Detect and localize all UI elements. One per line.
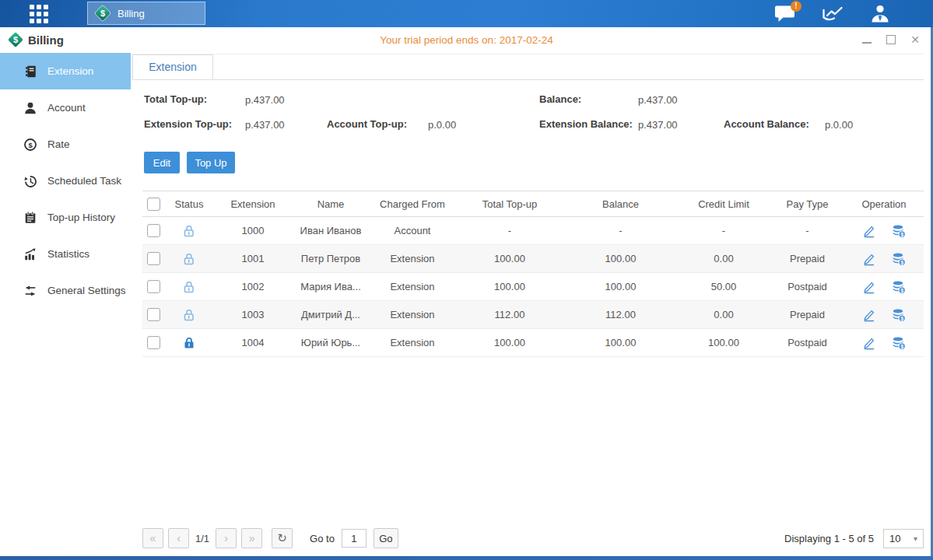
extension-cell: 1000 <box>214 225 292 236</box>
last-page-button[interactable]: » <box>241 528 262 548</box>
messages-icon[interactable]: ! <box>773 4 797 24</box>
topup-row-icon[interactable] <box>892 280 906 294</box>
tab-strip: Extension <box>132 54 924 80</box>
balance-cell: 100.00 <box>564 281 677 292</box>
general-settings-icon <box>23 284 37 298</box>
window-title-group: $ Billing <box>8 27 64 52</box>
displaying-text: Displaying 1 - 5 of 5 <box>784 533 874 544</box>
sidebar-item-label: Account <box>47 102 86 114</box>
taskbar-tab-billing[interactable]: $ Billing <box>87 2 205 25</box>
select-all-checkbox[interactable] <box>147 198 160 211</box>
sidebar-item-label: Statistics <box>47 248 89 260</box>
sidebar-item-topup-history[interactable]: Top-up History <box>0 199 131 236</box>
total-topup-cell: - <box>455 225 564 236</box>
balance-value: p.437.00 <box>638 94 678 106</box>
balance-cell: - <box>564 225 677 236</box>
name-cell: Дмитрий Д... <box>292 309 370 320</box>
edit-row-icon[interactable] <box>862 308 876 322</box>
row-checkbox[interactable] <box>147 336 160 349</box>
total-topup-cell: 112.00 <box>455 309 564 320</box>
reports-chart-icon[interactable] <box>821 4 844 24</box>
pay-type-cell: Postpaid <box>770 337 844 348</box>
header-credit-limit: Credit Limit <box>677 198 770 210</box>
total-topup-cell: 100.00 <box>455 337 564 348</box>
goto-page-input[interactable] <box>342 529 367 548</box>
rate-icon <box>23 138 37 152</box>
topup-row-icon[interactable] <box>892 224 906 238</box>
extension-cell: 1002 <box>214 281 292 292</box>
window-bottom-edge <box>0 556 933 560</box>
sidebar-item-account[interactable]: Account <box>0 89 131 126</box>
sidebar-item-rate[interactable]: Rate <box>0 126 131 163</box>
edit-button[interactable]: Edit <box>144 152 180 173</box>
edit-row-icon[interactable] <box>862 224 876 238</box>
sidebar-item-label: Rate <box>47 138 70 150</box>
row-checkbox[interactable] <box>147 280 160 293</box>
goto-label: Go to <box>310 533 335 544</box>
page-indicator: 1/1 <box>195 533 209 544</box>
table-row: 1003 Дмитрий Д... Extension 112.00 112.0… <box>142 301 924 329</box>
sidebar-item-scheduled-task[interactable]: Scheduled Task <box>0 163 131 199</box>
tab-extension[interactable]: Extension <box>132 54 213 79</box>
sidebar-item-label: Top-up History <box>47 212 115 223</box>
refresh-icon[interactable]: ↻ <box>272 528 293 548</box>
name-cell: Петр Петров <box>292 253 370 264</box>
table-row: 1004 Юрий Юрь... Extension 100.00 100.00… <box>142 329 924 357</box>
notification-badge: ! <box>791 1 801 12</box>
topup-row-icon[interactable] <box>892 252 906 266</box>
extension-balance-value: p.437.00 <box>638 119 678 131</box>
credit-limit-cell: 0.00 <box>677 309 770 320</box>
window-title: Billing <box>28 33 64 47</box>
sidebar-item-extension[interactable]: Extension <box>0 53 131 89</box>
charged-from-cell: Extension <box>370 309 455 320</box>
scheduled-task-icon <box>23 174 37 188</box>
extensions-table: Status Extension Name Charged From Total… <box>142 191 924 357</box>
topup-row-icon[interactable] <box>892 336 906 350</box>
header-pay-type: Pay Type <box>770 198 844 210</box>
sidebar-item-general-settings[interactable]: General Settings <box>0 272 131 309</box>
close-icon[interactable]: ✕ <box>910 34 921 45</box>
balance-cell: 112.00 <box>564 309 677 320</box>
sidebar-item-label: General Settings <box>47 285 126 296</box>
page-size-select[interactable]: 10 ▾ <box>883 529 924 548</box>
billing-app-icon: $ <box>94 5 111 22</box>
user-account-icon[interactable] <box>868 4 892 24</box>
extension-topup-value: p.437.00 <box>245 119 285 131</box>
edit-row-icon[interactable] <box>862 252 876 266</box>
header-operation: Operation <box>844 198 924 210</box>
minimize-icon[interactable] <box>861 34 872 45</box>
extension-cell: 1001 <box>214 253 292 264</box>
sidebar-item-statistics[interactable]: Statistics <box>0 236 131 272</box>
previous-page-button[interactable]: ‹ <box>168 528 189 548</box>
edit-row-icon[interactable] <box>862 280 876 294</box>
topup-row-icon[interactable] <box>892 308 906 322</box>
account-balance-label: Account Balance: <box>724 118 809 130</box>
extension-balance-label: Extension Balance: <box>539 118 633 130</box>
row-checkbox[interactable] <box>147 308 160 321</box>
top-up-button[interactable]: Top Up <box>187 152 235 173</box>
row-checkbox[interactable] <box>147 252 160 265</box>
status-lock-icon <box>164 336 214 350</box>
chevron-down-icon: ▾ <box>914 534 917 543</box>
status-lock-icon <box>164 224 214 238</box>
header-total-topup: Total Top-up <box>455 198 564 210</box>
row-checkbox[interactable] <box>147 224 160 237</box>
table-header-row: Status Extension Name Charged From Total… <box>142 191 924 217</box>
charged-from-cell: Extension <box>370 337 455 348</box>
sidebar-item-label: Extension <box>47 65 93 77</box>
header-extension: Extension <box>214 198 292 210</box>
next-page-button[interactable]: › <box>216 528 237 548</box>
account-topup-label: Account Top-up: <box>327 118 407 130</box>
topup-history-icon <box>23 211 37 225</box>
credit-limit-cell: - <box>677 225 770 236</box>
pay-type-cell: Prepaid <box>770 253 844 264</box>
pay-type-cell: Postpaid <box>770 281 844 292</box>
maximize-icon[interactable] <box>886 34 896 45</box>
apps-grid-icon[interactable] <box>30 5 51 23</box>
edit-row-icon[interactable] <box>862 336 876 350</box>
total-topup-value: p.437.00 <box>245 94 285 106</box>
first-page-button[interactable]: « <box>142 528 163 548</box>
extension-icon <box>23 65 37 79</box>
go-button[interactable]: Go <box>374 528 398 548</box>
balance-cell: 100.00 <box>564 253 677 264</box>
